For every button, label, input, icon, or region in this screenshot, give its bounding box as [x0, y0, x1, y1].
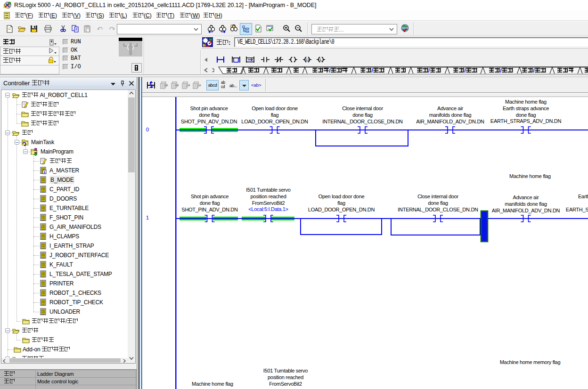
svg-text:U: U [306, 57, 309, 62]
svg-text:L: L [319, 57, 322, 62]
svg-text:1: 1 [44, 170, 46, 174]
